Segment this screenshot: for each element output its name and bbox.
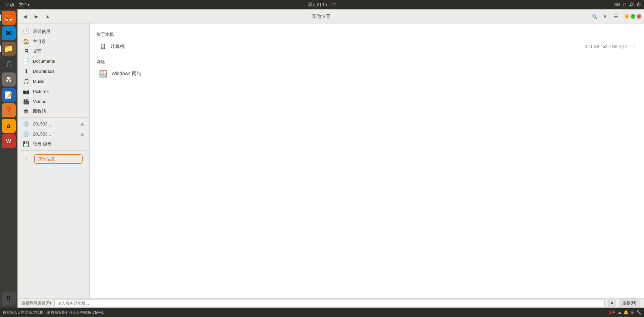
sidebar-item-videos[interactable]: 🎬 Videos	[19, 97, 88, 106]
sidebar-item-other-places-label[interactable]: 其他位置	[34, 154, 83, 164]
fm-sidebar: 🕐 最近使用 🏠 主目录 🖥 桌面 📄 Documents ⬇ Do	[17, 23, 90, 298]
keyboard-icon: ⌨	[614, 2, 620, 7]
fm-body: 🕐 最近使用 🏠 主目录 🖥 桌面 📄 Documents ⬇ Do	[17, 23, 644, 298]
notification-icon[interactable]: 🔔	[624, 310, 629, 315]
windows-network-icon: 🪟	[99, 70, 107, 78]
sidebar-item-home[interactable]: 🏠 主目录	[19, 37, 88, 46]
sidebar-item-pictures-label: Pictures	[33, 89, 84, 94]
sidebar-item-disk2-label: 201503...	[33, 131, 77, 137]
network-icon: ⬡	[623, 2, 626, 7]
computer-info: 37.1 GB / 52.6 GB 可用	[585, 44, 627, 50]
dock-apps-grid[interactable]: ⠿	[2, 292, 16, 306]
dock-gimp[interactable]: 🐶	[2, 72, 16, 87]
sidebar-item-videos-label: Videos	[33, 99, 84, 104]
dock-wps[interactable]: W	[2, 134, 16, 148]
settings-icon[interactable]: ⚙	[631, 310, 634, 315]
sidebar-item-trash[interactable]: 🗑 回收站	[19, 107, 88, 116]
sidebar-item-downloads[interactable]: ⬇ Downloads	[19, 66, 88, 76]
videos-icon: 🎬	[23, 98, 30, 105]
section-network-title: 网络	[96, 59, 637, 65]
sidebar-item-disk1-label: 201503...	[33, 121, 77, 126]
back-button[interactable]: ◀	[20, 12, 30, 21]
breadcrumb-location[interactable]: 其他位置	[312, 13, 330, 19]
dock: 🦊 ✉ 📁 🎵 🐶 📝 ❓ a W ⠿	[0, 9, 17, 308]
forward-button[interactable]: ▶	[32, 12, 41, 21]
sidebar-item-desktop[interactable]: 🖥 桌面	[19, 47, 88, 56]
window-maximize-button[interactable]: □	[631, 14, 635, 19]
sidebar-item-desktop-label: 桌面	[33, 48, 84, 54]
fm-header: ◀ ▶ ▲ 其他位置 🔍 ≡ ☰ − □ ×	[17, 9, 644, 23]
sidebar-item-floppy-label: 软盘 磁盘	[33, 141, 84, 147]
file-manager: ◀ ▶ ▲ 其他位置 🔍 ≡ ☰ − □ × 🕐	[17, 9, 644, 308]
connect-server-label: 连接到服务器(S)	[21, 300, 51, 306]
other-places-add-icon: +	[23, 156, 30, 162]
sidebar-item-floppy[interactable]: 💾 软盘 磁盘	[19, 139, 88, 149]
sidebar-divider-1	[20, 117, 87, 118]
connect-button[interactable]: 连接(N)	[619, 300, 640, 307]
computer-icon: 🖥	[99, 42, 106, 51]
documents-icon: 📄	[23, 58, 30, 64]
files-menu[interactable]: 文件▾	[19, 2, 30, 8]
bottom-bar-right: S中 ☁ 🔔 ⚙ 🔧	[609, 310, 641, 315]
bottom-bar-hint: 按将输入定向到该虚拟机，请将鼠标指针移入其中或按 Ctrl+G。	[3, 310, 107, 315]
dock-amazon[interactable]: a	[2, 119, 16, 133]
sidebar-item-music-label: Music	[33, 79, 84, 84]
fm-header-right: 🔍 ≡ ☰ − □ ×	[590, 12, 641, 21]
window-close-button[interactable]: ×	[637, 14, 641, 19]
sidebar-item-downloads-label: Downloads	[33, 69, 84, 74]
windows-network-name: Windows 网络	[111, 71, 635, 77]
content-item-computer[interactable]: 🖥 计算机 37.1 GB / 52.6 GB 可用 /	[96, 40, 637, 53]
sidebar-item-disk1[interactable]: 💿 201503... ⏏	[19, 119, 88, 129]
menu-button[interactable]: ☰	[611, 12, 620, 21]
content-divider-1	[96, 56, 637, 56]
topbar-right: ⌨ ⬡ 🔊 ⏻	[614, 2, 641, 7]
computer-path: /	[634, 44, 635, 49]
recent-icon: 🕐	[23, 28, 30, 35]
view-toggle-button[interactable]: ≡	[600, 12, 610, 21]
window-minimize-button[interactable]: −	[625, 14, 629, 19]
activities-button[interactable]: 活动	[3, 2, 16, 8]
topbar-left: 活动 文件▾	[3, 2, 30, 8]
cloud-icon[interactable]: ☁	[617, 310, 622, 315]
home-icon: 🏠	[23, 38, 30, 45]
power-icon[interactable]: ⏻	[637, 2, 641, 7]
dock-thunderbird[interactable]: ✉	[2, 26, 16, 40]
desktop-icon: 🖥	[23, 48, 30, 54]
sidebar-item-pictures[interactable]: 📷 Pictures	[19, 87, 88, 96]
disk1-icon: 💿	[23, 121, 30, 127]
sidebar-item-other-places[interactable]: + 其他位置	[19, 152, 88, 166]
breadcrumb: 其他位置	[54, 13, 588, 19]
sogou-icon[interactable]: S中	[609, 310, 615, 315]
sidebar-item-recent[interactable]: 🕐 最近使用	[19, 27, 88, 36]
disk1-eject-button[interactable]: ⏏	[80, 122, 84, 126]
server-dropdown-button[interactable]: ▼	[608, 300, 615, 307]
sidebar-item-trash-label: 回收站	[33, 108, 84, 114]
tray-icons: ⌨ ⬡ 🔊 ⏻	[614, 2, 641, 7]
up-button[interactable]: ▲	[43, 12, 52, 21]
floppy-icon: 💾	[23, 141, 30, 147]
disk2-icon: 💿	[23, 131, 30, 137]
trash-icon: 🗑	[23, 108, 30, 114]
dock-rhythmbox[interactable]: 🎵	[2, 57, 16, 71]
dock-files[interactable]: 📁	[2, 42, 16, 56]
sidebar-item-documents[interactable]: 📄 Documents	[19, 56, 88, 66]
topbar-datetime: 星期四 15：21	[308, 2, 336, 8]
sidebar-item-home-label: 主目录	[33, 39, 84, 45]
sidebar-item-music[interactable]: 🎵 Music	[19, 76, 88, 86]
topbar: 活动 文件▾ 星期四 15：21 ⌨ ⬡ 🔊 ⏻	[0, 0, 644, 9]
window-controls: − □ ×	[625, 14, 641, 19]
sidebar-divider-2	[20, 150, 87, 151]
dock-firefox[interactable]: 🦊	[2, 11, 16, 25]
search-button[interactable]: 🔍	[590, 12, 599, 21]
dock-writer[interactable]: 📝	[2, 88, 16, 102]
section-local-title: 位于本机	[96, 32, 637, 38]
disk2-eject-button[interactable]: ⏏	[80, 132, 84, 137]
music-icon: 🎵	[23, 78, 30, 85]
dock-help[interactable]: ❓	[2, 103, 16, 117]
tools-icon[interactable]: 🔧	[636, 310, 641, 315]
server-address-input[interactable]	[54, 300, 605, 307]
content-item-windows-network[interactable]: 🪟 Windows 网络	[96, 68, 637, 80]
wps-label: W	[6, 138, 11, 144]
sidebar-item-disk2[interactable]: 💿 201503... ⏏	[19, 129, 88, 139]
sidebar-item-documents-label: Documents	[33, 59, 84, 64]
